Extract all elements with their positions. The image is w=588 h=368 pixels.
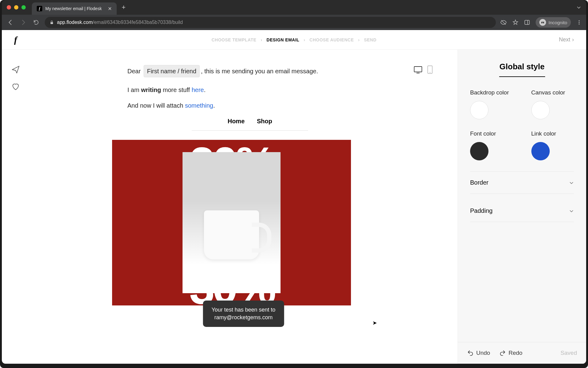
- heart-icon[interactable]: [11, 82, 20, 91]
- nav-home[interactable]: Home: [228, 118, 245, 125]
- undo-button[interactable]: Undo: [467, 350, 490, 356]
- browser-chrome: f My newsletter email | Flodesk ✕ + app.…: [2, 0, 586, 30]
- incognito-badge[interactable]: Incognito: [536, 17, 571, 28]
- chevron-down-icon: [569, 180, 574, 185]
- sidebar-title: Global style: [470, 62, 574, 77]
- border-label: Border: [470, 179, 488, 186]
- browser-tab[interactable]: f My newsletter email | Flodesk ✕: [32, 2, 117, 15]
- body-paragraph[interactable]: And now I will attach something.: [127, 102, 372, 109]
- url-host: app.flodesk.com: [57, 20, 93, 25]
- reload-button[interactable]: [32, 18, 40, 27]
- text: I am: [127, 86, 141, 93]
- forward-button[interactable]: [19, 18, 28, 27]
- font-color-swatch[interactable]: [470, 142, 488, 160]
- mobile-view-icon[interactable]: [427, 65, 433, 74]
- promo-block[interactable]: 20% 30% 30% 30%: [112, 140, 351, 305]
- greeting-paragraph[interactable]: Dear First name / friend, this is me sen…: [127, 65, 372, 77]
- svg-point-3: [541, 22, 542, 23]
- breadcrumb-send[interactable]: SEND: [364, 37, 376, 42]
- url-path: /email/6343b9334fe5843ba5b70338/build: [93, 20, 183, 25]
- text: And now I will attach: [127, 102, 185, 109]
- redo-button[interactable]: Redo: [499, 350, 522, 356]
- next-label: Next: [559, 36, 570, 43]
- breadcrumb-choose-template[interactable]: CHOOSE TEMPLATE: [212, 37, 256, 42]
- window-minimize-button[interactable]: [14, 5, 18, 10]
- email-content[interactable]: Dear First name / friend, this is me sen…: [127, 65, 372, 322]
- body-paragraph[interactable]: I am writing more stuff here.: [127, 86, 372, 94]
- divider: [192, 130, 308, 131]
- backdrop-color-control: Backdrop color: [470, 89, 513, 119]
- tab-favicon: f: [37, 6, 42, 11]
- app-header: f CHOOSE TEMPLATE › DESIGN EMAIL › CHOOS…: [2, 30, 586, 50]
- breadcrumb: CHOOSE TEMPLATE › DESIGN EMAIL › CHOOSE …: [212, 37, 377, 42]
- back-button[interactable]: [6, 18, 15, 27]
- merge-tag[interactable]: First name / friend: [144, 65, 200, 77]
- text: .: [213, 102, 215, 109]
- tab-title: My newsletter email | Flodesk: [45, 6, 102, 11]
- nav-shop[interactable]: Shop: [257, 118, 272, 125]
- view-toggle: [413, 65, 433, 74]
- window-close-button[interactable]: [7, 5, 11, 10]
- traffic-lights: [7, 5, 26, 10]
- logo[interactable]: f: [14, 35, 17, 45]
- svg-point-6: [579, 22, 580, 23]
- canvas-color-swatch[interactable]: [531, 101, 550, 119]
- link-color-swatch[interactable]: [531, 142, 550, 160]
- chevron-right-icon: ›: [572, 36, 574, 43]
- chevron-down-icon: [569, 209, 574, 213]
- star-icon[interactable]: [512, 19, 518, 25]
- svg-point-7: [579, 24, 580, 25]
- new-tab-button[interactable]: +: [122, 3, 126, 11]
- menu-icon[interactable]: [576, 20, 582, 25]
- incognito-label: Incognito: [548, 20, 567, 25]
- canvas-color-label: Canvas color: [531, 89, 574, 96]
- sidebar-footer: Undo Redo Saved: [458, 342, 586, 364]
- canvas-area: Dear First name / friend, this is me sen…: [29, 50, 458, 364]
- chevron-right-icon: ›: [303, 37, 305, 42]
- undo-label: Undo: [476, 350, 490, 356]
- breadcrumb-design-email[interactable]: DESIGN EMAIL: [266, 37, 299, 42]
- svg-rect-1: [525, 20, 530, 24]
- desktop-view-icon[interactable]: [413, 65, 423, 74]
- backdrop-color-swatch[interactable]: [470, 101, 488, 119]
- product-image: [183, 152, 281, 293]
- mug-icon: [204, 210, 259, 259]
- svg-point-4: [543, 22, 544, 23]
- toast-notification: Your test has been sent to ramy@rocketge…: [203, 301, 284, 327]
- panel-icon[interactable]: [524, 19, 530, 25]
- saved-status: Saved: [560, 350, 577, 356]
- text: more stuff: [161, 86, 192, 93]
- redo-label: Redo: [508, 350, 522, 356]
- url-input[interactable]: app.flodesk.com/email/6343b9334fe5843ba5…: [45, 17, 496, 28]
- border-accordion[interactable]: Border: [470, 171, 574, 194]
- toast-line-1: Your test has been sent to: [212, 306, 276, 314]
- font-color-control: Font color: [470, 130, 513, 160]
- toast-line-2: ramy@rocketgems.com: [212, 314, 276, 321]
- font-color-label: Font color: [470, 130, 513, 137]
- text: .: [204, 86, 206, 93]
- chevron-down-icon[interactable]: [576, 5, 581, 10]
- chevron-right-icon: ›: [261, 37, 262, 42]
- next-button[interactable]: Next ›: [559, 36, 574, 43]
- bold-text: writing: [141, 86, 161, 93]
- padding-accordion[interactable]: Padding: [470, 200, 574, 222]
- email-nav: Home Shop: [127, 118, 372, 125]
- eye-off-icon[interactable]: [500, 19, 507, 26]
- window-maximize-button[interactable]: [21, 5, 26, 10]
- chevron-right-icon: ›: [358, 37, 360, 42]
- link-here[interactable]: here: [192, 86, 204, 93]
- cursor-icon: ➤: [372, 320, 377, 326]
- close-tab-icon[interactable]: ✕: [108, 6, 112, 12]
- left-rail: [2, 50, 29, 364]
- breadcrumb-choose-audience[interactable]: CHOOSE AUDIENCE: [310, 37, 354, 42]
- link-something[interactable]: something: [185, 102, 213, 109]
- link-color-label: Link color: [531, 130, 574, 137]
- send-test-icon[interactable]: [11, 65, 20, 74]
- svg-rect-8: [414, 67, 422, 72]
- greeting-prefix: Dear: [127, 68, 141, 75]
- sidebar: Global style Backdrop color Canvas color: [458, 50, 586, 364]
- svg-point-11: [430, 72, 431, 73]
- incognito-icon: [539, 19, 546, 26]
- app: f CHOOSE TEMPLATE › DESIGN EMAIL › CHOOS…: [2, 30, 586, 364]
- canvas-color-control: Canvas color: [531, 89, 574, 119]
